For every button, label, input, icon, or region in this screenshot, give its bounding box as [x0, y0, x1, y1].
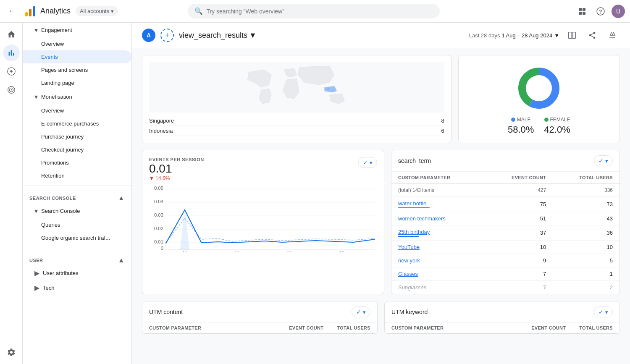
total-label: (total) 143 items [391, 184, 485, 197]
sidebar-item-events[interactable]: Events [23, 50, 131, 63]
gender-male-item: MALE 58.0% [508, 117, 534, 135]
user-expand-icon[interactable]: ▲ [118, 257, 125, 264]
sidebar-item-ecommerce[interactable]: E-commerce purchases [23, 117, 131, 130]
utm-keyword-dropdown-icon: ▾ [605, 309, 608, 315]
help-icon-button[interactable]: ? [593, 4, 608, 19]
chart-filter-button[interactable]: ✓ ▾ [358, 157, 377, 168]
search-term-filter-button[interactable]: ✓ ▾ [594, 155, 613, 166]
sidebar-monetisation-header[interactable]: ▾ Monetisation [23, 89, 131, 104]
collapse-icon: ▾ [34, 26, 38, 34]
sidebar-item-promotions[interactable]: Promotions [23, 156, 131, 169]
utm-content-event-count-col: EVENT COUNT [289, 325, 323, 330]
sidebar-item-google-organic[interactable]: Google organic search traf... [23, 231, 131, 244]
country-table: Singapore 8 Indonesia 6 [149, 116, 444, 136]
svg-text:?: ? [599, 9, 602, 15]
search-input[interactable] [206, 8, 433, 15]
chart-change-value: ▼ 14.6% [149, 175, 170, 181]
table-row: Glasses 7 1 [391, 267, 620, 281]
grid-icon-button[interactable] [575, 4, 590, 19]
account-selector[interactable]: All accounts ▾ [76, 6, 118, 16]
chart-change: ▼ 14.6% [149, 175, 204, 181]
account-label: All accounts [80, 8, 109, 14]
nav-target[interactable] [3, 81, 20, 98]
svg-rect-5 [579, 12, 582, 15]
ecommerce-label: E-commerce purchases [41, 120, 99, 127]
utm-keyword-filter-button[interactable]: ✓ ▾ [594, 306, 613, 317]
term-link[interactable]: YouTube [398, 244, 420, 250]
svg-rect-2 [33, 6, 35, 16]
event-count-cell: 10 [485, 241, 553, 254]
share-button[interactable] [585, 28, 600, 43]
sidebar: ▾ Engagement Overview Events Pages and s… [23, 23, 132, 364]
users-cell: 5 [553, 254, 620, 267]
map-area [149, 62, 444, 113]
icon-nav [0, 23, 23, 364]
app-logo: Analytics [24, 5, 71, 18]
sidebar-item-user-attributes[interactable]: ▶ User attributes [23, 266, 131, 280]
sidebar-item-landing-page[interactable]: Landing page [23, 76, 131, 89]
indonesia-count: 6 [441, 128, 444, 134]
nav-explore[interactable] [3, 63, 20, 80]
bottom-cards-row: UTM content ✓ ▾ CUSTOM PARAMETER EVENT C… [142, 301, 620, 334]
sidebar-item-retention[interactable]: Retention [23, 169, 131, 182]
svg-text:0.05: 0.05 [154, 186, 163, 191]
monetisation-label: Monetisation [41, 94, 72, 100]
event-count-cell: 51 [485, 212, 553, 225]
tech-collapse-icon: ▶ [34, 284, 39, 292]
nav-home[interactable] [3, 26, 20, 43]
user-section-label: User ▲ [23, 251, 131, 266]
utm-content-check-icon: ✓ [356, 309, 361, 315]
sidebar-item-tech[interactable]: ▶ Tech [23, 280, 131, 295]
term-link[interactable]: 25th birthday [398, 229, 430, 235]
avatar[interactable]: U [612, 5, 625, 18]
sidebar-item-search-console[interactable]: ▾ Search Console [23, 204, 131, 218]
event-count-cell: 7 [485, 267, 553, 281]
table-row: women techmakers 51 43 [391, 212, 620, 225]
singapore-count: 8 [441, 118, 444, 124]
gender-card: MALE 58.0% FEMALE 42.0% [458, 55, 620, 143]
nav-reports[interactable] [3, 45, 20, 61]
term-link[interactable]: Glasses [398, 271, 418, 277]
utm-content-title: UTM content [149, 309, 183, 315]
map-card: Singapore 8 Indonesia 6 [142, 55, 452, 143]
utm-content-header: UTM content ✓ ▾ [142, 301, 377, 322]
sidebar-engagement-header[interactable]: ▾ Engagement [23, 23, 131, 37]
view-add-button[interactable]: + [160, 29, 174, 42]
column-toggle-icon [568, 31, 576, 39]
country-row-indonesia: Indonesia 6 [149, 126, 444, 136]
svg-rect-15 [572, 32, 576, 39]
term-cell: 25th birthday [391, 225, 485, 241]
view-name[interactable]: view_search_results ▼ [179, 31, 257, 40]
sidebar-item-checkout-journey[interactable]: Checkout journey [23, 143, 131, 156]
sidebar-item-monetisation-overview[interactable]: Overview [23, 104, 131, 117]
svg-rect-14 [569, 32, 572, 39]
top-cards-row: Singapore 8 Indonesia 6 [142, 55, 620, 143]
sidebar-item-purchase-journey[interactable]: Purchase journey [23, 130, 131, 143]
column-toggle-button[interactable] [564, 28, 580, 43]
term-cell: Glasses [391, 267, 485, 281]
compare-button[interactable] [605, 28, 620, 43]
term-link[interactable]: women techmakers [398, 215, 446, 222]
search-box: 🔍 [188, 4, 440, 18]
table-row-total: (total) 143 items 427 336 [391, 184, 620, 197]
chart-header: EVENTS PER SESSION 0.01 ▼ 14.6% ✓ ▾ [149, 157, 377, 181]
nav-settings[interactable] [3, 344, 20, 361]
sidebar-item-queries[interactable]: Queries [23, 218, 131, 231]
utm-content-filter-button[interactable]: ✓ ▾ [352, 306, 370, 317]
back-button[interactable]: ← [5, 5, 18, 18]
female-label: FEMALE [550, 117, 570, 123]
content-area: Singapore 8 Indonesia 6 [132, 48, 630, 340]
view-badge-letter: A [147, 32, 151, 39]
search-console-expand-icon[interactable]: ▲ [118, 194, 125, 202]
event-count-cell: 37 [485, 225, 553, 241]
term-link[interactable]: new york [398, 257, 420, 264]
account-dropdown-icon: ▾ [111, 8, 114, 14]
sidebar-item-overview[interactable]: Overview [23, 37, 131, 50]
sidebar-item-pages-screens[interactable]: Pages and screens [23, 63, 131, 76]
svg-rect-3 [579, 8, 582, 11]
sidebar-divider-2 [23, 248, 131, 248]
home-icon [7, 30, 16, 39]
term-link[interactable]: water bottle [398, 200, 426, 207]
date-range-selector[interactable]: Last 28 days 1 Aug – 28 Aug 2024 ▼ [469, 32, 559, 39]
utm-keyword-card: UTM keyword ✓ ▾ CUSTOM PARAMETER EVENT C… [384, 301, 620, 334]
